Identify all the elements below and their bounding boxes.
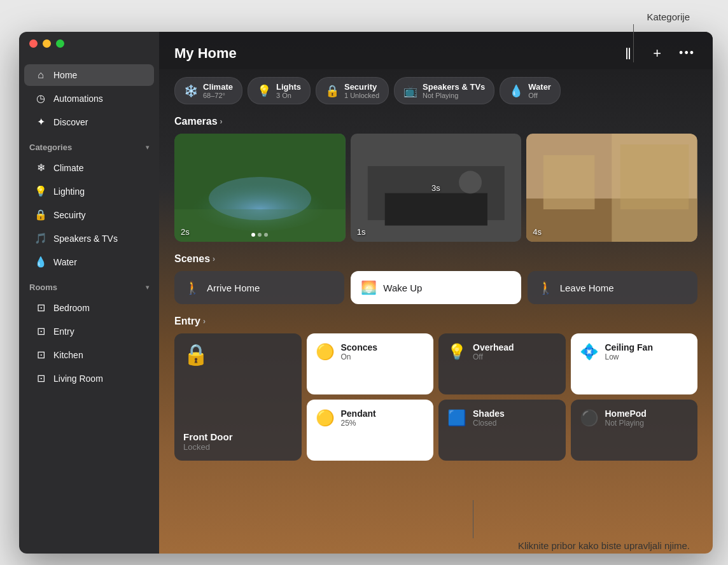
tile-overhead[interactable]: 💡 Overhead Off bbox=[438, 333, 566, 394]
sidebar-item-kitchen[interactable]: ⊡ Kitchen bbox=[24, 344, 154, 366]
scene-wake-up[interactable]: 🌅 Wake Up bbox=[351, 271, 521, 304]
lights-pill-name: Lights bbox=[276, 82, 301, 92]
tile-sconces[interactable]: 🟡 Sconces On bbox=[307, 333, 434, 394]
sidebar-item-security[interactable]: 🔒 Secuirty bbox=[24, 204, 154, 226]
sidebar-item-lighting[interactable]: 💡 Lighting bbox=[24, 180, 154, 202]
wake-up-label: Wake Up bbox=[383, 282, 422, 293]
entry-icon: ⊡ bbox=[34, 325, 47, 337]
categories-chevron: ▾ bbox=[146, 144, 149, 151]
wake-up-icon: 🌅 bbox=[361, 280, 377, 295]
annotation-line-top bbox=[633, 24, 634, 62]
security-pill-icon: 🔒 bbox=[325, 84, 339, 98]
annotation-line-bottom bbox=[473, 500, 473, 538]
svg-rect-5 bbox=[384, 193, 487, 226]
rooms-label: Rooms bbox=[29, 282, 57, 292]
rooms-chevron: ▾ bbox=[146, 284, 149, 291]
svg-rect-11 bbox=[620, 144, 689, 209]
security-icon: 🔒 bbox=[34, 209, 47, 221]
pill-lights[interactable]: 💡 Lights 3 On bbox=[248, 77, 311, 104]
svg-rect-2 bbox=[174, 209, 346, 242]
tile-ceiling-fan[interactable]: 💠 Ceiling Fan Low bbox=[571, 333, 698, 394]
camera-garage-label-center: 3s bbox=[431, 183, 440, 193]
rooms-section[interactable]: Rooms ▾ bbox=[19, 274, 159, 296]
maximize-button[interactable] bbox=[56, 39, 64, 48]
sidebar-item-home[interactable]: ⌂ Home bbox=[24, 64, 154, 86]
camera-living-label: 4s bbox=[533, 227, 542, 237]
scene-leave-home[interactable]: 🚶 Leave Home bbox=[528, 271, 697, 304]
sconces-icon: 🟡 bbox=[316, 343, 335, 361]
arrive-home-icon: 🚶 bbox=[185, 280, 200, 295]
minimize-button[interactable] bbox=[43, 39, 51, 48]
pendant-name: Pendant bbox=[341, 408, 376, 419]
homepod-name: HomePod bbox=[605, 408, 647, 419]
front-door-name: Front Door bbox=[183, 431, 232, 442]
sidebar-item-speakers[interactable]: 🎵 Speakers & TVs bbox=[24, 227, 154, 249]
speakers-icon: 🎵 bbox=[34, 232, 47, 244]
entry-grid: 🔒 Front Door Locked 🟡 Sconces On bbox=[174, 333, 697, 461]
security-pill-status: 1 Unlocked bbox=[344, 92, 379, 99]
main-header: My Home 𝍪 + ••• bbox=[159, 32, 713, 69]
entry-section-header[interactable]: Entry › bbox=[174, 316, 697, 327]
cameras-grid: 2s bbox=[174, 134, 697, 242]
security-pill-name: Security bbox=[344, 82, 379, 92]
cameras-chevron-icon: › bbox=[220, 117, 223, 126]
homepod-status: Not Playing bbox=[605, 419, 647, 428]
scene-arrive-home[interactable]: 🚶 Arrive Home bbox=[174, 271, 344, 304]
camera-garage[interactable]: 3s 1s bbox=[351, 134, 522, 242]
ceiling-fan-name: Ceiling Fan bbox=[605, 342, 653, 352]
main-scroll-area: ❄️ Climate 68–72° 💡 Lights 3 On 🔒 bbox=[159, 69, 713, 554]
sconces-name: Sconces bbox=[341, 342, 378, 352]
homepod-icon: ⚫ bbox=[580, 409, 599, 427]
traffic-lights bbox=[29, 39, 64, 48]
camera-garage-label: 1s bbox=[357, 227, 366, 237]
categories-section[interactable]: Categories ▾ bbox=[19, 134, 159, 156]
arrive-home-label: Arrive Home bbox=[207, 282, 260, 293]
pill-climate[interactable]: ❄️ Climate 68–72° bbox=[174, 77, 242, 104]
lighting-icon: 💡 bbox=[34, 185, 47, 197]
sidebar-speakers-label: Speakers & TVs bbox=[53, 234, 118, 244]
sidebar-item-entry[interactable]: ⊡ Entry bbox=[24, 320, 154, 342]
sidebar-item-water[interactable]: 💧 Water bbox=[24, 251, 154, 273]
pill-security[interactable]: 🔒 Security 1 Unlocked bbox=[316, 77, 389, 104]
sidebar-item-automations[interactable]: ◷ Automations bbox=[24, 87, 154, 109]
sidebar-lighting-label: Lighting bbox=[53, 186, 85, 197]
close-button[interactable] bbox=[29, 39, 38, 48]
front-door-status: Locked bbox=[183, 442, 232, 452]
camera-pool[interactable]: 2s bbox=[174, 134, 346, 242]
dot bbox=[258, 233, 262, 237]
sidebar-item-living-room[interactable]: ⊡ Living Room bbox=[24, 367, 154, 389]
sidebar-living-room-label: Living Room bbox=[53, 373, 103, 384]
climate-pill-status: 68–72° bbox=[203, 92, 233, 99]
sidebar-kitchen-label: Kitchen bbox=[53, 350, 83, 360]
speakers-pill-status: Not Playing bbox=[423, 92, 485, 99]
waveform-button[interactable]: 𝍪 bbox=[620, 42, 638, 64]
more-button[interactable]: ••• bbox=[676, 44, 697, 62]
sidebar-item-climate[interactable]: ❄ Climate bbox=[24, 157, 154, 179]
sidebar-item-bedroom[interactable]: ⊡ Bedroom bbox=[24, 296, 154, 319]
annotation-bottom: Kliknite pribor kako biste upravljali nj… bbox=[518, 540, 690, 551]
svg-point-6 bbox=[459, 171, 482, 194]
sidebar-item-discover[interactable]: ✦ Discover bbox=[24, 111, 154, 133]
pill-speakers[interactable]: 📺 Speakers & TVs Not Playing bbox=[394, 77, 494, 104]
status-pills: ❄️ Climate 68–72° 💡 Lights 3 On 🔒 bbox=[174, 77, 697, 104]
sidebar-home-label: Home bbox=[53, 70, 77, 80]
cameras-section-header[interactable]: Cameras › bbox=[174, 116, 697, 127]
sidebar-security-label: Secuirty bbox=[53, 210, 86, 220]
entry-section-label: Entry bbox=[174, 316, 200, 327]
scenes-section-header[interactable]: Scenes › bbox=[174, 253, 697, 265]
overhead-icon: 💡 bbox=[447, 343, 466, 361]
sidebar-automations-label: Automations bbox=[53, 94, 103, 104]
tile-shades[interactable]: 🟦 Shades Closed bbox=[438, 400, 566, 461]
pill-water[interactable]: 💧 Water Off bbox=[500, 77, 561, 104]
tile-pendant[interactable]: 🟡 Pendant 25% bbox=[307, 400, 434, 461]
svg-rect-9 bbox=[543, 155, 595, 209]
main-content: My Home 𝍪 + ••• ❄️ Climate 68–72° 💡 bbox=[159, 32, 713, 554]
ceiling-fan-icon: 💠 bbox=[580, 343, 599, 361]
climate-pill-icon: ❄️ bbox=[184, 84, 198, 98]
tile-front-door[interactable]: 🔒 Front Door Locked bbox=[174, 333, 302, 461]
tile-homepod[interactable]: ⚫ HomePod Not Playing bbox=[571, 400, 698, 461]
camera-living[interactable]: 4s bbox=[526, 134, 697, 242]
bedroom-icon: ⊡ bbox=[34, 302, 47, 314]
water-pill-icon: 💧 bbox=[509, 84, 523, 98]
add-button[interactable]: + bbox=[650, 43, 664, 64]
